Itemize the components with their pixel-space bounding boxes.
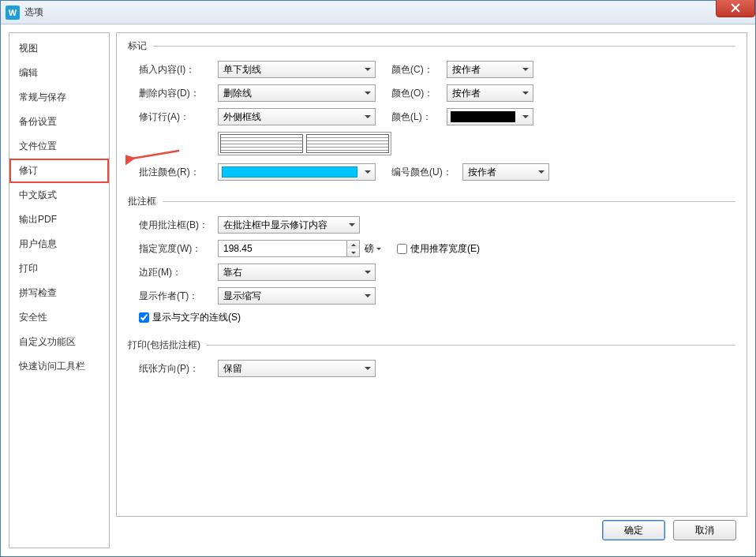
use-balloon-label: 使用批注框(B)： bbox=[139, 219, 218, 232]
sidebar-item-output-pdf[interactable]: 输出PDF bbox=[9, 207, 109, 232]
chevron-down-icon bbox=[361, 62, 375, 77]
sidebar-item-backup[interactable]: 备份设置 bbox=[9, 110, 109, 134]
orientation-combo[interactable]: 保留 bbox=[218, 360, 376, 377]
sidebar-item-view[interactable]: 视图 bbox=[9, 36, 109, 61]
sidebar-item-chinese-layout[interactable]: 中文版式 bbox=[9, 183, 109, 207]
delete-content-combo[interactable]: 删除线 bbox=[218, 84, 376, 102]
insert-color-value: 按作者 bbox=[447, 63, 518, 77]
cancel-button[interactable]: 取消 bbox=[673, 520, 736, 540]
width-input[interactable] bbox=[219, 241, 346, 256]
balloon-legend: 批注框 bbox=[128, 195, 163, 208]
sidebar-item-revision[interactable]: 修订 bbox=[9, 159, 109, 183]
width-spinner[interactable] bbox=[218, 240, 360, 257]
number-color-label: 编号颜色(U)： bbox=[391, 166, 462, 179]
width-label: 指定宽度(W)： bbox=[139, 242, 218, 256]
author-display-value: 显示缩写 bbox=[219, 290, 361, 303]
revision-color-swatch bbox=[451, 111, 515, 122]
use-balloon-combo[interactable]: 在批注框中显示修订内容 bbox=[218, 216, 360, 234]
recommend-width-checkbox[interactable]: 使用推荐宽度(E) bbox=[397, 242, 480, 256]
insert-color-label: 颜色(C)： bbox=[391, 63, 447, 77]
width-up-button[interactable] bbox=[347, 241, 359, 249]
insert-color-combo[interactable]: 按作者 bbox=[447, 61, 533, 78]
width-down-button[interactable] bbox=[347, 249, 359, 256]
print-group: 打印(包括批注框) 纸张方向(P)： 保留 bbox=[128, 338, 735, 383]
author-display-label: 显示作者(T)： bbox=[139, 290, 218, 303]
revision-color-combo[interactable] bbox=[447, 108, 533, 125]
content-area: 视图 编辑 常规与保存 备份设置 文件位置 修订 中文版式 输出PDF 用户信息… bbox=[1, 24, 755, 556]
marking-group: 标记 插入内容(I)： 单下划线 颜色(C)： 按作者 bbox=[128, 39, 735, 187]
delete-color-label: 颜色(O)： bbox=[391, 87, 447, 100]
revision-line-label: 修订行(A)： bbox=[139, 110, 218, 124]
sidebar-item-customize-ribbon[interactable]: 自定义功能区 bbox=[9, 330, 109, 354]
options-dialog: W 选项 视图 编辑 常规与保存 备份设置 文件位置 修订 中文版式 输出PDF… bbox=[0, 0, 756, 557]
titlebar: W 选项 bbox=[1, 1, 755, 24]
orientation-label: 纸张方向(P)： bbox=[139, 362, 218, 376]
sidebar-item-general-save[interactable]: 常规与保存 bbox=[9, 85, 109, 110]
settings-panel: 标记 插入内容(I)： 单下划线 颜色(C)： 按作者 bbox=[116, 32, 747, 517]
delete-content-value: 删除线 bbox=[219, 87, 361, 100]
connector-line-label: 显示与文字的连线(S) bbox=[152, 311, 241, 324]
margin-combo[interactable]: 靠右 bbox=[218, 264, 376, 281]
close-icon bbox=[731, 3, 740, 13]
orientation-value: 保留 bbox=[219, 362, 361, 376]
marking-legend: 标记 bbox=[128, 39, 153, 53]
chevron-down-icon bbox=[345, 217, 359, 233]
revision-line-combo[interactable]: 外侧框线 bbox=[218, 108, 376, 125]
annotation-arrow-icon bbox=[125, 148, 181, 166]
delete-content-label: 删除内容(D)： bbox=[139, 87, 218, 100]
chevron-down-icon bbox=[361, 264, 375, 280]
recommend-width-label: 使用推荐宽度(E) bbox=[410, 242, 480, 256]
margin-label: 边距(M)： bbox=[139, 266, 218, 279]
delete-color-value: 按作者 bbox=[447, 87, 518, 100]
insert-content-value: 单下划线 bbox=[219, 63, 361, 77]
close-button[interactable] bbox=[716, 0, 755, 17]
number-color-combo[interactable]: 按作者 bbox=[462, 163, 549, 181]
revision-preview bbox=[218, 132, 391, 155]
preview-right bbox=[306, 134, 389, 153]
comment-color-label: 批注颜色(R)： bbox=[139, 166, 218, 179]
use-balloon-value: 在批注框中显示修订内容 bbox=[219, 219, 345, 232]
main-panel: 标记 插入内容(I)： 单下划线 颜色(C)： 按作者 bbox=[116, 32, 747, 548]
delete-color-combo[interactable]: 按作者 bbox=[447, 84, 533, 102]
app-icon: W bbox=[6, 6, 20, 20]
number-color-value: 按作者 bbox=[463, 166, 534, 179]
comment-color-combo[interactable] bbox=[218, 163, 376, 181]
balloon-group: 批注框 使用批注框(B)： 在批注框中显示修订内容 指定宽度(W)： bbox=[128, 195, 735, 331]
window-title: 选项 bbox=[24, 6, 43, 19]
category-sidebar: 视图 编辑 常规与保存 备份设置 文件位置 修订 中文版式 输出PDF 用户信息… bbox=[9, 32, 110, 548]
sidebar-item-security[interactable]: 安全性 bbox=[9, 305, 109, 330]
chevron-down-icon bbox=[518, 85, 533, 101]
insert-content-combo[interactable]: 单下划线 bbox=[218, 61, 376, 78]
connector-line-checkbox[interactable]: 显示与文字的连线(S) bbox=[139, 311, 241, 324]
sidebar-item-edit[interactable]: 编辑 bbox=[9, 61, 109, 85]
preview-left bbox=[220, 134, 303, 153]
margin-value: 靠右 bbox=[219, 266, 361, 279]
comment-color-swatch bbox=[222, 166, 357, 178]
revision-color-label: 颜色(L)： bbox=[391, 110, 447, 124]
chevron-down-icon bbox=[361, 85, 375, 101]
sidebar-item-file-location[interactable]: 文件位置 bbox=[9, 134, 109, 159]
recommend-width-input[interactable] bbox=[397, 244, 407, 254]
chevron-down-icon bbox=[361, 109, 375, 125]
dialog-footer: 确定 取消 bbox=[602, 520, 736, 540]
sidebar-item-user-info[interactable]: 用户信息 bbox=[9, 232, 109, 256]
chevron-down-icon bbox=[361, 164, 375, 180]
chevron-down-icon bbox=[534, 164, 548, 180]
ok-button[interactable]: 确定 bbox=[602, 520, 665, 540]
sidebar-item-print[interactable]: 打印 bbox=[9, 256, 109, 281]
sidebar-item-quick-access[interactable]: 快速访问工具栏 bbox=[9, 354, 109, 379]
revision-line-value: 外侧框线 bbox=[219, 110, 361, 124]
insert-content-label: 插入内容(I)： bbox=[139, 63, 218, 77]
width-unit-combo[interactable]: 磅 bbox=[365, 240, 381, 257]
svg-line-0 bbox=[132, 151, 179, 159]
connector-line-input[interactable] bbox=[139, 312, 149, 323]
author-display-combo[interactable]: 显示缩写 bbox=[218, 287, 376, 305]
chevron-down-icon bbox=[361, 361, 375, 376]
chevron-down-icon bbox=[361, 288, 375, 304]
chevron-down-icon bbox=[518, 62, 533, 77]
chevron-down-icon bbox=[518, 109, 533, 125]
print-legend: 打印(包括批注框) bbox=[128, 338, 207, 352]
sidebar-item-spellcheck[interactable]: 拼写检查 bbox=[9, 281, 109, 305]
